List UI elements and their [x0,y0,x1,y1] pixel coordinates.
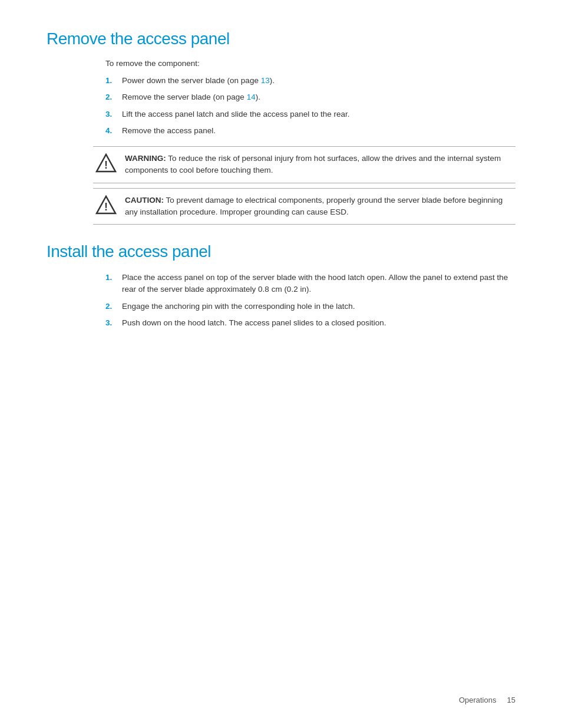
step-text: Remove the access panel. [122,125,515,137]
step-text: Power down the server blade (on page 13)… [122,75,515,87]
page-link-13[interactable]: 13 [261,76,270,85]
step-number: 4. [105,125,122,137]
page-content: Remove the access panel To remove the co… [0,0,562,374]
step-text: Place the access panel on top of the ser… [122,272,515,296]
section2-title: Install the access panel [47,242,515,261]
step-number: 2. [105,301,122,312]
section1-steps-list: 1. Power down the server blade (on page … [105,75,515,137]
footer-page: 15 [507,696,515,704]
list-item: 4. Remove the access panel. [105,125,515,137]
section2-steps-list: 1. Place the access panel on top of the … [105,272,515,329]
step-number: 2. [105,91,122,103]
svg-text:!: ! [104,159,108,171]
caution-body: To prevent damage to electrical componen… [125,196,503,216]
svg-text:!: ! [104,201,108,213]
footer-section: Operations [459,696,497,704]
section1-intro: To remove the component: [105,59,515,68]
caution-box: ! CAUTION: To prevent damage to electric… [93,188,515,225]
caution-icon: ! [95,195,117,216]
step-number: 3. [105,317,122,329]
caution-label: CAUTION: [125,196,164,205]
list-item: 2. Remove the server blade (on page 14). [105,91,515,103]
step-text: Lift the access panel latch and slide th… [122,108,515,120]
step-text: Remove the server blade (on page 14). [122,91,515,103]
step-number: 3. [105,108,122,120]
list-item: 3. Push down on the hood latch. The acce… [105,317,515,329]
step-number: 1. [105,272,122,296]
list-item: 1. Place the access panel on top of the … [105,272,515,296]
step-text: Engage the anchoring pin with the corres… [122,301,515,312]
warning-body: To reduce the risk of personal injury fr… [125,154,501,174]
warning-label: WARNING: [125,154,166,163]
section1-title: Remove the access panel [47,29,515,48]
step-number: 1. [105,75,122,87]
step-text: Push down on the hood latch. The access … [122,317,515,329]
warning-icon: ! [95,153,117,174]
caution-text: CAUTION: To prevent damage to electrical… [125,195,515,219]
warning-box: ! WARNING: To reduce the risk of persona… [93,146,515,183]
page-link-14[interactable]: 14 [247,93,256,101]
list-item: 3. Lift the access panel latch and slide… [105,108,515,120]
list-item: 1. Power down the server blade (on page … [105,75,515,87]
list-item: 2. Engage the anchoring pin with the cor… [105,301,515,312]
warning-text: WARNING: To reduce the risk of personal … [125,153,515,177]
footer: Operations 15 [459,696,515,704]
